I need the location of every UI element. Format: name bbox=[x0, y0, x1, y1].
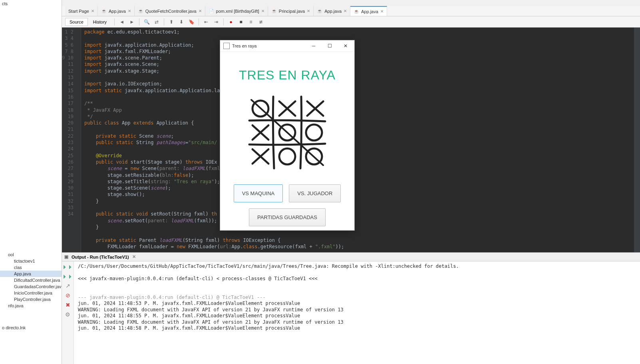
separator bbox=[139, 18, 139, 26]
java-file-icon: ☕ bbox=[101, 8, 107, 14]
tab-label: Principal.java bbox=[279, 9, 305, 14]
tab-label: App.java bbox=[324, 9, 342, 14]
find-icon[interactable]: 🔍 bbox=[143, 18, 151, 26]
replace-icon[interactable]: ⇄ bbox=[153, 18, 161, 26]
java-file-icon: ☕ bbox=[354, 9, 359, 14]
editor-tabs-bar: Start Page✕☕App.java✕☕QuoteFetchControll… bbox=[62, 6, 640, 16]
tree-item[interactable]: DificultadController.java bbox=[0, 277, 62, 283]
separator bbox=[223, 18, 224, 26]
separator bbox=[199, 18, 199, 26]
output-title: Output - Run (TicTacToeV1) bbox=[72, 255, 129, 259]
saved-games-button[interactable]: PARTIDAS GUARDADAS bbox=[249, 208, 326, 226]
editor-tab[interactable]: 📄pom.xml [BirthdayGift]✕ bbox=[205, 6, 268, 16]
uncomment-icon[interactable]: ≢ bbox=[257, 18, 265, 26]
close-output-icon[interactable]: ✕ bbox=[132, 254, 136, 259]
editor-tab[interactable]: ☕App.java✕ bbox=[314, 6, 350, 16]
vs-machine-button[interactable]: VS MAQUINA bbox=[234, 184, 283, 202]
separator bbox=[114, 18, 115, 26]
separator bbox=[164, 18, 164, 26]
java-file-icon: ☕ bbox=[317, 8, 322, 14]
tab-label: pom.xml [BirthdayGift] bbox=[216, 9, 259, 14]
editor-tab[interactable]: ☕Principal.java✕ bbox=[268, 6, 314, 16]
stop-icon[interactable]: ⊘ bbox=[65, 292, 71, 299]
tree-item[interactable]: ool bbox=[0, 251, 62, 258]
prev-bookmark-icon[interactable]: ⬆ bbox=[167, 18, 175, 26]
tree-item[interactable]: clas bbox=[0, 264, 62, 271]
javafx-app-window: Tres en raya ─ ☐ ✕ TRES EN RAYA bbox=[220, 40, 355, 231]
shift-right-icon[interactable]: ⇥ bbox=[212, 18, 220, 26]
close-button[interactable]: ✕ bbox=[338, 40, 354, 51]
app-heading: TRES EN RAYA bbox=[239, 68, 336, 83]
sidebar-shortcut[interactable]: o directo.lnk bbox=[2, 325, 26, 330]
nav-forward-icon[interactable]: ► bbox=[128, 18, 136, 26]
rerun-alt-icon[interactable]: ⏵⏵ bbox=[65, 273, 71, 279]
java-file-icon: ☕ bbox=[138, 8, 143, 14]
tree-item[interactable]: tictactoev1 bbox=[0, 258, 62, 264]
tab-close-icon[interactable]: ✕ bbox=[91, 9, 94, 13]
sidebar-header: cts bbox=[0, 0, 62, 8]
output-text[interactable]: /C:/Users/User/Documents/GitHub/AppTicTa… bbox=[74, 261, 640, 364]
output-header: ▣ Output - Run (TicTacToeV1) ✕ bbox=[62, 253, 640, 261]
editor-tab[interactable]: ☕App.java✕ bbox=[350, 6, 387, 16]
line-gutter: 1 2 3 4 5 6 7 8 9 10 11 12 13 14 15 16 1… bbox=[62, 28, 81, 252]
tab-close-icon[interactable]: ✕ bbox=[128, 9, 131, 13]
project-sidebar: cts ooltictactoev1clasApp.javaDificultad… bbox=[0, 0, 62, 364]
toggle-bookmark-icon[interactable]: 🔖 bbox=[187, 18, 195, 26]
app-titlebar[interactable]: Tres en raya ─ ☐ ✕ bbox=[220, 40, 354, 52]
code-content[interactable]: package ec.edu.espol.tictactoev1; import… bbox=[81, 28, 634, 252]
output-panel: ▣ Output - Run (TicTacToeV1) ✕ ⏵⏵ ⏵⏵ ↗ ⊘… bbox=[62, 252, 640, 364]
tab-label: QuoteFetchController.java bbox=[145, 9, 197, 14]
comment-icon[interactable]: ≡ bbox=[247, 18, 255, 26]
tab-close-icon[interactable]: ✕ bbox=[307, 9, 310, 13]
tree-item[interactable]: nfo.java bbox=[0, 303, 62, 309]
vs-player-button[interactable]: VS. JUGADOR bbox=[289, 184, 341, 202]
app-body: TRES EN RAYA bbox=[220, 52, 354, 234]
tab-label: App.java bbox=[361, 9, 378, 14]
source-view-button[interactable]: Source bbox=[65, 18, 88, 26]
editor-tab[interactable]: ☕QuoteFetchController.java✕ bbox=[135, 6, 205, 16]
tab-label: Start Page bbox=[68, 9, 89, 14]
record-macro-icon[interactable]: ● bbox=[227, 18, 235, 26]
tab-close-icon[interactable]: ✕ bbox=[380, 9, 384, 14]
nav-back-icon[interactable]: ◄ bbox=[118, 18, 126, 26]
vertical-scrollbar[interactable] bbox=[634, 28, 640, 252]
app-window-title: Tres en raya bbox=[232, 44, 306, 48]
svg-point-2 bbox=[306, 125, 322, 140]
tab-close-icon[interactable]: ✕ bbox=[261, 9, 264, 13]
shift-left-icon[interactable]: ⇤ bbox=[202, 18, 210, 26]
clear-icon[interactable]: ✖ bbox=[65, 302, 71, 308]
stop-run-icon[interactable]: ↗ bbox=[65, 283, 71, 289]
rerun-icon[interactable]: ⏵⏵ bbox=[65, 263, 71, 270]
tree-item[interactable]: InicioController.java bbox=[0, 290, 62, 296]
xml-file-icon: 📄 bbox=[209, 8, 214, 14]
tictactoe-image bbox=[245, 93, 329, 172]
editor-toolbar: Source History ◄ ► 🔍 ⇄ ⬆ ⬇ 🔖 ⇤ ⇥ ● ■ ≡ ≢ bbox=[62, 16, 640, 28]
tree-item[interactable]: App.java bbox=[0, 271, 62, 277]
stop-macro-icon[interactable]: ■ bbox=[237, 18, 245, 26]
editor-tab[interactable]: Start Page✕ bbox=[65, 6, 98, 16]
history-view-button[interactable]: History bbox=[89, 18, 111, 26]
editor-tab[interactable]: ☕App.java✕ bbox=[98, 6, 135, 16]
tree-item[interactable]: PlayController.java bbox=[0, 296, 62, 303]
svg-point-3 bbox=[279, 148, 295, 164]
tab-close-icon[interactable]: ✕ bbox=[199, 9, 202, 13]
output-icon: ▣ bbox=[64, 254, 70, 260]
tab-label: App.java bbox=[109, 9, 126, 14]
top-strip bbox=[62, 0, 640, 6]
settings-icon[interactable]: ⚙ bbox=[65, 311, 71, 318]
app-window-icon bbox=[223, 43, 230, 49]
tab-close-icon[interactable]: ✕ bbox=[344, 9, 347, 13]
tree-item[interactable]: GuardadasController.java bbox=[0, 283, 62, 290]
maximize-button[interactable]: ☐ bbox=[322, 40, 338, 51]
output-gutter: ⏵⏵ ⏵⏵ ↗ ⊘ ✖ ⚙ bbox=[62, 261, 74, 364]
java-file-icon: ☕ bbox=[271, 8, 277, 14]
next-bookmark-icon[interactable]: ⬇ bbox=[177, 18, 185, 26]
minimize-button[interactable]: ─ bbox=[306, 40, 322, 51]
